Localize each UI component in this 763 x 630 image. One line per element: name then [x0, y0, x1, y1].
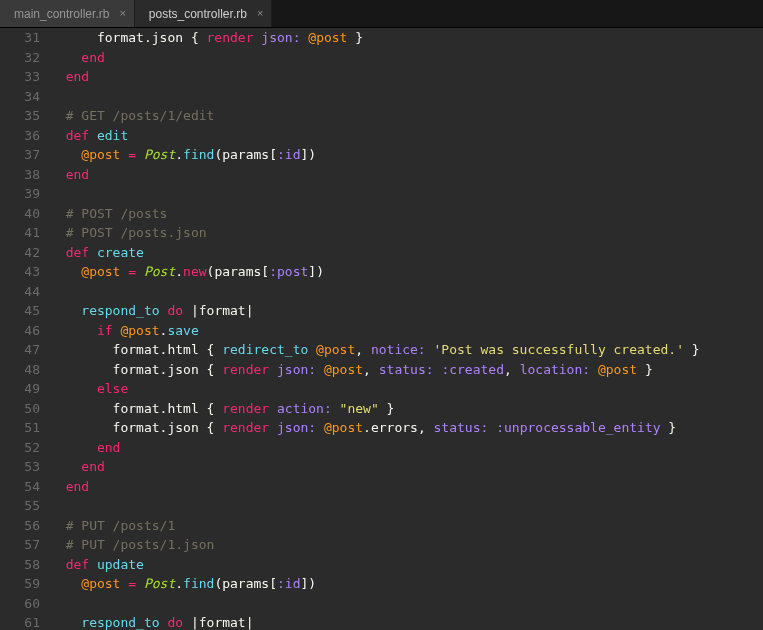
line-number: 51	[0, 418, 40, 438]
tab-posts-controller[interactable]: posts_controller.rb ×	[135, 0, 273, 27]
code-line: end	[50, 165, 763, 185]
line-number: 32	[0, 48, 40, 68]
code-line	[50, 496, 763, 516]
line-number: 53	[0, 457, 40, 477]
line-number: 39	[0, 184, 40, 204]
code-line	[50, 594, 763, 614]
code-line: format.json { render json: @post }	[50, 28, 763, 48]
code-line: # GET /posts/1/edit	[50, 106, 763, 126]
code-line: end	[50, 477, 763, 497]
code-line: end	[50, 438, 763, 458]
editor-pane: 3132333435363738394041424344454647484950…	[0, 28, 763, 630]
line-number: 55	[0, 496, 40, 516]
code-line: # POST /posts	[50, 204, 763, 224]
line-number: 54	[0, 477, 40, 497]
line-number: 61	[0, 613, 40, 630]
line-number: 37	[0, 145, 40, 165]
line-number: 43	[0, 262, 40, 282]
line-number: 49	[0, 379, 40, 399]
close-icon[interactable]: ×	[119, 5, 125, 22]
line-number: 33	[0, 67, 40, 87]
line-number: 41	[0, 223, 40, 243]
tab-main-controller[interactable]: main_controller.rb ×	[0, 0, 135, 27]
code-line: format.json { render json: @post.errors,…	[50, 418, 763, 438]
line-number: 59	[0, 574, 40, 594]
code-line: end	[50, 457, 763, 477]
tab-label: posts_controller.rb	[149, 5, 247, 23]
code-line: def edit	[50, 126, 763, 146]
code-line: respond_to do |format|	[50, 613, 763, 630]
line-number: 34	[0, 87, 40, 107]
line-number: 35	[0, 106, 40, 126]
close-icon[interactable]: ×	[257, 5, 263, 22]
code-line: format.json { render json: @post, status…	[50, 360, 763, 380]
line-number: 57	[0, 535, 40, 555]
code-line: format.html { redirect_to @post, notice:…	[50, 340, 763, 360]
code-line: else	[50, 379, 763, 399]
code-line: end	[50, 67, 763, 87]
line-number: 31	[0, 28, 40, 48]
code-line: def create	[50, 243, 763, 263]
code-line	[50, 282, 763, 302]
code-line: format.html { render action: "new" }	[50, 399, 763, 419]
line-number: 38	[0, 165, 40, 185]
code-area[interactable]: format.json { render json: @post } end e…	[50, 28, 763, 630]
tab-bar: main_controller.rb × posts_controller.rb…	[0, 0, 763, 28]
code-line: @post = Post.new(params[:post])	[50, 262, 763, 282]
code-line	[50, 87, 763, 107]
line-number: 42	[0, 243, 40, 263]
line-number: 44	[0, 282, 40, 302]
code-line: respond_to do |format|	[50, 301, 763, 321]
line-number-gutter: 3132333435363738394041424344454647484950…	[0, 28, 50, 630]
line-number: 60	[0, 594, 40, 614]
line-number: 58	[0, 555, 40, 575]
code-line: if @post.save	[50, 321, 763, 341]
line-number: 45	[0, 301, 40, 321]
code-line: # PUT /posts/1	[50, 516, 763, 536]
line-number: 48	[0, 360, 40, 380]
line-number: 46	[0, 321, 40, 341]
code-line: def update	[50, 555, 763, 575]
code-line: @post = Post.find(params[:id])	[50, 145, 763, 165]
line-number: 36	[0, 126, 40, 146]
line-number: 40	[0, 204, 40, 224]
tab-label: main_controller.rb	[14, 5, 109, 23]
code-line: # POST /posts.json	[50, 223, 763, 243]
line-number: 52	[0, 438, 40, 458]
code-line: end	[50, 48, 763, 68]
code-line: # PUT /posts/1.json	[50, 535, 763, 555]
code-line: @post = Post.find(params[:id])	[50, 574, 763, 594]
line-number: 50	[0, 399, 40, 419]
code-line	[50, 184, 763, 204]
line-number: 56	[0, 516, 40, 536]
line-number: 47	[0, 340, 40, 360]
